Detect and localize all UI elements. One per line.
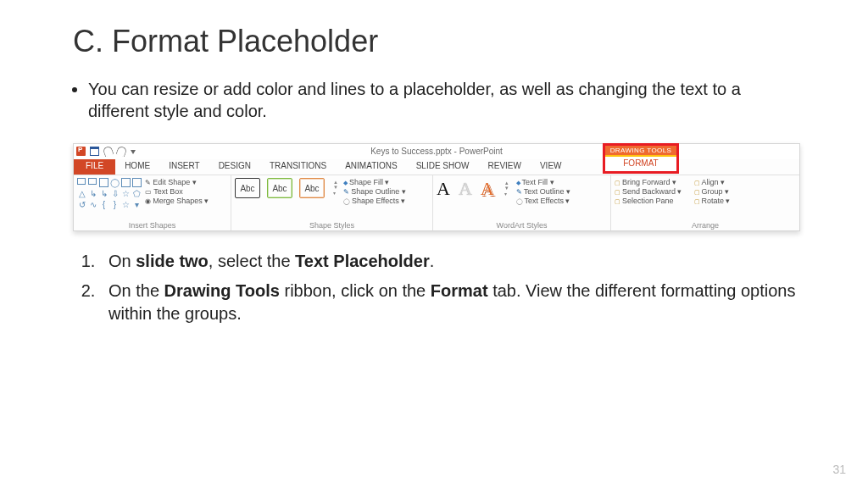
shape-effects-button[interactable]: Shape Effects ▾ (343, 197, 406, 205)
view-tab[interactable]: VIEW (531, 159, 571, 175)
title-bar: Keys to Success.pptx - PowerPoint DRAWIN… (74, 144, 799, 159)
text-outline-button[interactable]: Text Outline ▾ (516, 187, 570, 196)
steps-list: On slide two, select the Text Placeholde… (73, 250, 800, 325)
shape-gallery[interactable]: ◯ △↳↳⇩☆⬠ ↺∿{}☆▾ (77, 178, 142, 209)
arrange-group: Bring Forward ▾ Align ▾ Send Backward ▾ … (611, 175, 799, 230)
edit-shape-button[interactable]: Edit Shape ▾ (145, 178, 209, 186)
shape-outline-button[interactable]: Shape Outline ▾ (343, 187, 406, 196)
format-tab[interactable]: FORMAT (605, 155, 676, 169)
shape-style-1[interactable]: Abc (235, 178, 260, 198)
text-effects-button[interactable]: Text Effects ▾ (516, 197, 570, 205)
intro-list: You can resize or add color and lines to… (73, 78, 800, 123)
wordart-styles-label: WordArt Styles (437, 221, 607, 230)
drawing-tools-context-tab[interactable]: DRAWING TOOLS FORMAT (603, 143, 679, 174)
rotate-button[interactable]: Rotate ▾ (694, 197, 731, 205)
send-backward-button[interactable]: Send Backward ▾ (615, 187, 682, 196)
text-fill-button[interactable]: Text Fill ▾ (516, 178, 570, 186)
slideshow-tab[interactable]: SLIDE SHOW (407, 159, 479, 175)
insert-tab[interactable]: INSERT (159, 159, 209, 175)
ribbon-tabs: FILE HOME INSERT DESIGN TRANSITIONS ANIM… (74, 159, 799, 175)
gallery-scroll[interactable]: ▲▼▾ (333, 180, 338, 196)
ribbon-groups: ◯ △↳↳⇩☆⬠ ↺∿{}☆▾ Edit Shape ▾ Text Box Me… (74, 175, 799, 230)
group-button[interactable]: Group ▾ (694, 187, 731, 196)
shape-styles-label: Shape Styles (235, 221, 429, 230)
intro-bullet: You can resize or add color and lines to… (88, 78, 800, 123)
page-title: C. Format Placeholder (73, 24, 800, 59)
wordart-styles-group: A A A ▲▼▾ Text Fill ▾ Text Outline ▾ Tex… (433, 175, 611, 230)
shape-style-gallery[interactable]: Abc Abc Abc ▲▼▾ (235, 178, 338, 198)
shape-fill-button[interactable]: Shape Fill ▾ (343, 178, 406, 186)
shape-style-3[interactable]: Abc (299, 178, 325, 198)
review-tab[interactable]: REVIEW (478, 159, 530, 175)
wordart-gallery[interactable]: A A A ▲▼▾ (437, 178, 509, 200)
shape-styles-group: Abc Abc Abc ▲▼▾ Shape Fill ▾ Shape Outli… (231, 175, 433, 230)
file-tab[interactable]: FILE (74, 159, 115, 175)
insert-shapes-group: ◯ △↳↳⇩☆⬠ ↺∿{}☆▾ Edit Shape ▾ Text Box Me… (74, 175, 231, 230)
powerpoint-ribbon: Keys to Success.pptx - PowerPoint DRAWIN… (73, 143, 800, 231)
text-box-button[interactable]: Text Box (145, 187, 209, 196)
animations-tab[interactable]: ANIMATIONS (336, 159, 406, 175)
insert-shapes-label: Insert Shapes (77, 221, 227, 230)
page-number: 31 (832, 463, 846, 476)
transitions-tab[interactable]: TRANSITIONS (260, 159, 336, 175)
bring-forward-button[interactable]: Bring Forward ▾ (615, 178, 682, 186)
arrange-label: Arrange (615, 221, 796, 230)
selection-pane-button[interactable]: Selection Pane (615, 197, 682, 205)
align-button[interactable]: Align ▾ (694, 178, 731, 186)
home-tab[interactable]: HOME (115, 159, 159, 175)
wordart-style-3[interactable]: A (481, 178, 494, 200)
step-1: On slide two, select the Text Placeholde… (100, 250, 800, 273)
shape-style-2[interactable]: Abc (267, 178, 292, 198)
wordart-gallery-scroll[interactable]: ▲▼▾ (504, 180, 509, 197)
document-title: Keys to Success.pptx - PowerPoint (74, 147, 799, 156)
context-tab-header: DRAWING TOOLS (605, 146, 676, 155)
design-tab[interactable]: DESIGN (209, 159, 260, 175)
wordart-style-2[interactable]: A (459, 178, 472, 200)
wordart-style-1[interactable]: A (437, 178, 450, 200)
step-2: On the Drawing Tools ribbon, click on th… (100, 280, 800, 325)
merge-shapes-button[interactable]: Merge Shapes ▾ (145, 197, 209, 205)
